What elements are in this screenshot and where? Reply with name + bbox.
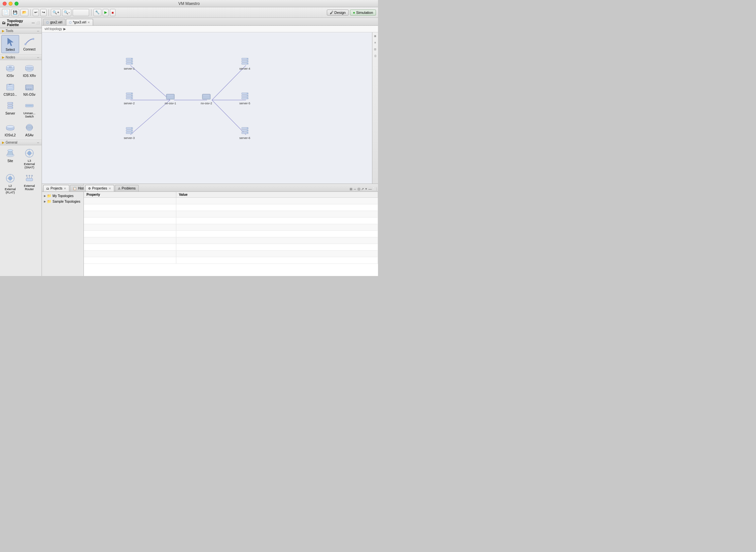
props-tool-4[interactable]: ↗ [361, 187, 364, 191]
toolbar-zoom-in-btn[interactable]: 🔍+ [51, 9, 61, 16]
canvas-node-nx-osv-1[interactable]: nx-osv-1 [165, 92, 176, 105]
tree-item-sample-topologies[interactable]: ▶ 📁 Sample Topologies [43, 199, 82, 204]
minimize-button[interactable] [9, 2, 13, 6]
svg-rect-14 [8, 87, 13, 88]
zoom-input[interactable] [72, 9, 89, 16]
nodes-grid: IOS IOSv IOS XRv [0, 60, 42, 140]
properties-panel: ⚙ Properties ✕ ⚠ Problems ⊞ ↔ ⊡ ↗ [84, 184, 378, 276]
node-server[interactable]: Server [1, 99, 19, 120]
canvas-node-nx-osv-2[interactable]: nx-osv-2 [201, 92, 212, 105]
toolbar-open-btn[interactable]: 📂 [20, 9, 28, 16]
svg-point-58 [131, 58, 132, 59]
canvas-viewport[interactable]: server-1 server-2 [42, 32, 372, 183]
breadcrumb-arrow: ▶ [63, 27, 66, 31]
props-maximize[interactable]: ⬜ [373, 187, 377, 191]
canvas-node-server-4[interactable]: server-4 [239, 57, 250, 70]
simulation-mode-button[interactable]: ● Simulation [350, 10, 376, 15]
general-section-header: ▶ General ↔ [0, 140, 42, 145]
design-icon: 🖋 [330, 11, 333, 14]
prop-row-5 [84, 224, 378, 231]
props-minimize[interactable]: — [368, 187, 372, 191]
node-iosvl2[interactable]: IOSvL2 [1, 121, 19, 138]
tab-properties-close[interactable]: ✕ [109, 187, 111, 190]
toolbar-redo-btn[interactable]: ↪ [40, 9, 46, 16]
tab-problems-label: Problems [122, 186, 136, 190]
svg-point-27 [12, 107, 13, 108]
projects-tab-bar: 🗂 Projects ✕ 📋 History ⊟ ↺ ▼ [42, 184, 84, 192]
general-section-icon: ↔ [37, 141, 40, 144]
design-mode-button[interactable]: 🖋 Design [327, 10, 349, 15]
canvas-node-server-1[interactable]: server-1 [124, 57, 135, 70]
properties-tab-bar-right: ⊞ ↔ ⊡ ↗ ▼ — ⬜ [350, 187, 377, 191]
tab-gsx3[interactable]: ⬡ *gsx3.virl ✕ [66, 19, 94, 25]
props-tool-3[interactable]: ⊡ [357, 187, 360, 191]
tool-connect[interactable]: Connect [20, 35, 38, 53]
palette-maximize-icon[interactable]: ⬜ [36, 21, 40, 24]
tab-gsx2[interactable]: ⬡ gsx2.virl [43, 19, 65, 25]
tab-gsx3-icon: ⬡ [69, 21, 71, 24]
node-nxosv[interactable]: NX-OSv [20, 80, 38, 98]
nodes-section-header: ▶ Nodes ↔ [0, 54, 42, 60]
tools-section-header: ▶ Tools ↔ [0, 28, 42, 34]
projects-panel: 🗂 Projects ✕ 📋 History ⊟ ↺ ▼ [42, 184, 84, 276]
breadcrumb-text: virl:topology [44, 27, 62, 31]
tab-projects-close[interactable]: ✕ [64, 187, 66, 190]
tool-select[interactable]: Select [1, 35, 19, 53]
tab-problems[interactable]: ⚠ Problems [115, 185, 139, 191]
tab-properties[interactable]: ⚙ Properties ✕ [85, 185, 114, 191]
palette-header-left: 🗂 Topology Palette [2, 19, 32, 27]
sample-topologies-arrow: ▶ [44, 200, 46, 203]
separator-1 [30, 9, 31, 16]
right-tool-1[interactable]: ⊞ [373, 34, 378, 38]
svg-rect-18 [26, 87, 33, 88]
svg-rect-19 [26, 89, 27, 90]
node-csr10[interactable]: QFP CSR10... [1, 80, 19, 98]
separator-2 [48, 9, 49, 16]
props-tool-2[interactable]: ↔ [353, 187, 356, 191]
title-bar: VM Maestro [0, 0, 378, 7]
palette-icon: 🗂 [2, 21, 6, 25]
tab-projects[interactable]: 🗂 Projects ✕ [43, 185, 69, 191]
props-dropdown[interactable]: ▼ [365, 187, 367, 190]
canvas-node-server-5[interactable]: server-5 [239, 92, 250, 105]
l3-external-icon [24, 148, 35, 158]
toolbar-save-btn[interactable]: 💾 [11, 9, 19, 16]
general-l3-external[interactable]: L3External(SNAT) [20, 147, 38, 170]
toolbar-undo-btn[interactable]: ↩ [33, 9, 39, 16]
general-site[interactable]: Site [1, 147, 19, 170]
general-l2-external[interactable]: L2External(FLAT) [1, 172, 19, 195]
right-tool-4[interactable]: ⟨⟩ [373, 53, 378, 58]
general-external-router[interactable]: ExternalRouter [20, 172, 38, 195]
svg-rect-74 [167, 95, 174, 96]
tree-item-my-topologies[interactable]: ▶ 📁 My Topologies [43, 193, 82, 199]
node-iosv[interactable]: IOS IOSv [1, 61, 19, 79]
palette-minimize-icon[interactable]: — [32, 21, 35, 24]
toolbar-stop-btn[interactable]: ■ [110, 9, 116, 16]
right-tool-2[interactable]: ≡ [373, 40, 378, 45]
canvas-node-server-3[interactable]: server-3 [124, 126, 135, 140]
node-unman-switch[interactable]: Unman...Switch [20, 99, 38, 120]
node-iosxrv[interactable]: IOS XRv [20, 61, 38, 79]
toolbar-build-btn[interactable]: 🔧 [94, 9, 101, 16]
canvas-tab-bar: ⬡ gsx2.virl ⬡ *gsx3.virl ✕ [42, 18, 378, 26]
toolbar-zoom-out-btn[interactable]: 🔍- [62, 9, 71, 16]
tools-section-label: Tools [6, 29, 13, 33]
prop-row-10 [84, 257, 378, 264]
simulation-icon: ● [353, 11, 355, 14]
close-button[interactable] [3, 2, 7, 6]
toolbar-file-btn[interactable]: 📄 [2, 9, 10, 16]
maximize-button[interactable] [14, 2, 18, 6]
tab-gsx3-close[interactable]: ✕ [88, 21, 90, 24]
canvas-node-server-2[interactable]: server-2 [124, 92, 135, 105]
l3-external-label: L3External(SNAT) [24, 159, 35, 169]
right-tool-3[interactable]: ⊡ [373, 47, 378, 51]
canvas-node-server-6[interactable]: server-6 [239, 126, 250, 140]
props-tool-1[interactable]: ⊞ [350, 187, 352, 191]
prop-row-1 [84, 198, 378, 204]
file-icon: 📄 [4, 10, 8, 14]
my-topologies-arrow: ▶ [44, 194, 46, 197]
problems-tab-icon: ⚠ [118, 187, 121, 190]
server-4-icon [240, 57, 250, 66]
toolbar-play-btn[interactable]: ▶ [103, 9, 109, 16]
node-asav[interactable]: ASAv [20, 121, 38, 138]
